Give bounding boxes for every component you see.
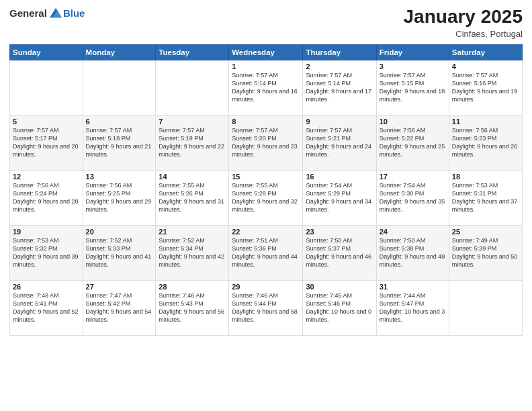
weekday-header-thursday: Thursday [303,44,376,60]
day-info: Sunrise: 7:57 AMSunset: 5:16 PMDaylight:… [452,71,519,104]
weekday-header-saturday: Saturday [449,44,522,60]
calendar-day-3: 3Sunrise: 7:57 AMSunset: 5:15 PMDaylight… [376,60,449,115]
day-number: 24 [380,228,446,236]
calendar-day-9: 9Sunrise: 7:57 AMSunset: 5:21 PMDaylight… [303,115,376,170]
day-number: 5 [13,118,80,126]
day-info: Sunrise: 7:53 AMSunset: 5:32 PMDaylight:… [13,236,80,269]
day-info: Sunrise: 7:48 AMSunset: 5:41 PMDaylight:… [13,291,80,324]
day-number: 29 [232,283,300,291]
calendar-empty-cell [449,280,522,335]
calendar-week-row: 12Sunrise: 7:56 AMSunset: 5:24 PMDayligh… [10,170,523,225]
day-info: Sunrise: 7:52 AMSunset: 5:34 PMDaylight:… [159,236,226,269]
day-number: 14 [159,173,226,181]
calendar-day-26: 26Sunrise: 7:48 AMSunset: 5:41 PMDayligh… [10,280,83,335]
calendar-day-15: 15Sunrise: 7:55 AMSunset: 5:28 PMDayligh… [229,170,303,225]
title-block: January 2025 Cinfaes, Portugal [404,7,523,39]
calendar-day-27: 27Sunrise: 7:47 AMSunset: 5:42 PMDayligh… [83,280,156,335]
calendar-week-row: 5Sunrise: 7:57 AMSunset: 5:17 PMDaylight… [10,115,523,170]
calendar-week-row: 1Sunrise: 7:57 AMSunset: 5:14 PMDaylight… [10,60,523,115]
calendar-empty-cell [10,60,83,115]
day-info: Sunrise: 7:57 AMSunset: 5:20 PMDaylight:… [232,126,300,159]
calendar-day-13: 13Sunrise: 7:56 AMSunset: 5:25 PMDayligh… [83,170,156,225]
day-number: 16 [306,173,373,181]
calendar-day-23: 23Sunrise: 7:50 AMSunset: 5:37 PMDayligh… [303,225,376,280]
calendar-day-4: 4Sunrise: 7:57 AMSunset: 5:16 PMDaylight… [449,60,522,115]
day-info: Sunrise: 7:56 AMSunset: 5:25 PMDaylight:… [86,181,153,214]
day-number: 9 [306,118,373,126]
day-number: 11 [452,118,519,126]
calendar-day-16: 16Sunrise: 7:54 AMSunset: 5:29 PMDayligh… [303,170,376,225]
day-info: Sunrise: 7:44 AMSunset: 5:47 PMDaylight:… [380,291,446,324]
day-info: Sunrise: 7:47 AMSunset: 5:42 PMDaylight:… [86,291,153,324]
calendar-day-5: 5Sunrise: 7:57 AMSunset: 5:17 PMDaylight… [10,115,83,170]
day-info: Sunrise: 7:56 AMSunset: 5:23 PMDaylight:… [452,126,519,159]
day-number: 17 [380,173,446,181]
day-number: 15 [232,173,300,181]
month-title: January 2025 [404,7,523,28]
day-info: Sunrise: 7:50 AMSunset: 5:37 PMDaylight:… [306,236,373,269]
weekday-header-friday: Friday [376,44,449,60]
calendar-day-12: 12Sunrise: 7:56 AMSunset: 5:24 PMDayligh… [10,170,83,225]
day-number: 3 [380,62,446,71]
calendar-empty-cell [83,60,156,115]
day-number: 25 [452,228,519,236]
day-info: Sunrise: 7:54 AMSunset: 5:30 PMDaylight:… [380,181,446,214]
calendar-day-17: 17Sunrise: 7:54 AMSunset: 5:30 PMDayligh… [376,170,449,225]
calendar-week-row: 26Sunrise: 7:48 AMSunset: 5:41 PMDayligh… [10,280,523,335]
day-number: 1 [232,62,300,71]
calendar-day-11: 11Sunrise: 7:56 AMSunset: 5:23 PMDayligh… [449,115,522,170]
logo-text-general: General [9,7,47,19]
day-number: 21 [159,228,226,236]
day-number: 6 [86,118,153,126]
logo: General Blue [9,7,85,19]
day-info: Sunrise: 7:57 AMSunset: 5:14 PMDaylight:… [232,71,300,104]
day-number: 18 [452,173,519,181]
calendar-day-30: 30Sunrise: 7:45 AMSunset: 5:46 PMDayligh… [303,280,376,335]
calendar-day-19: 19Sunrise: 7:53 AMSunset: 5:32 PMDayligh… [10,225,83,280]
day-number: 27 [86,283,153,291]
day-number: 31 [380,283,446,291]
day-info: Sunrise: 7:51 AMSunset: 5:36 PMDaylight:… [232,236,300,269]
calendar-table: SundayMondayTuesdayWednesdayThursdayFrid… [9,44,523,336]
calendar-day-8: 8Sunrise: 7:57 AMSunset: 5:20 PMDaylight… [229,115,303,170]
day-info: Sunrise: 7:56 AMSunset: 5:24 PMDaylight:… [13,181,80,214]
day-number: 20 [86,228,153,236]
day-info: Sunrise: 7:49 AMSunset: 5:39 PMDaylight:… [452,236,519,269]
calendar-day-7: 7Sunrise: 7:57 AMSunset: 5:19 PMDaylight… [156,115,229,170]
calendar-page: General Blue January 2025 Cinfaes, Portu… [0,0,532,411]
day-info: Sunrise: 7:52 AMSunset: 5:33 PMDaylight:… [86,236,153,269]
calendar-day-20: 20Sunrise: 7:52 AMSunset: 5:33 PMDayligh… [83,225,156,280]
day-number: 4 [452,62,519,71]
day-info: Sunrise: 7:50 AMSunset: 5:38 PMDaylight:… [380,236,446,269]
calendar-week-row: 19Sunrise: 7:53 AMSunset: 5:32 PMDayligh… [10,225,523,280]
day-info: Sunrise: 7:46 AMSunset: 5:43 PMDaylight:… [159,291,226,324]
day-info: Sunrise: 7:53 AMSunset: 5:31 PMDaylight:… [452,181,519,214]
calendar-day-1: 1Sunrise: 7:57 AMSunset: 5:14 PMDaylight… [229,60,303,115]
logo-icon [50,7,62,19]
calendar-day-2: 2Sunrise: 7:57 AMSunset: 5:14 PMDaylight… [303,60,376,115]
calendar-day-21: 21Sunrise: 7:52 AMSunset: 5:34 PMDayligh… [156,225,229,280]
day-info: Sunrise: 7:57 AMSunset: 5:21 PMDaylight:… [306,126,373,159]
day-number: 19 [13,228,80,236]
page-header: General Blue January 2025 Cinfaes, Portu… [9,7,523,39]
day-number: 13 [86,173,153,181]
day-number: 8 [232,118,300,126]
weekday-header-sunday: Sunday [10,44,83,60]
calendar-day-22: 22Sunrise: 7:51 AMSunset: 5:36 PMDayligh… [229,225,303,280]
weekday-header-wednesday: Wednesday [229,44,303,60]
day-info: Sunrise: 7:57 AMSunset: 5:15 PMDaylight:… [380,71,446,104]
calendar-day-18: 18Sunrise: 7:53 AMSunset: 5:31 PMDayligh… [449,170,522,225]
calendar-day-14: 14Sunrise: 7:55 AMSunset: 5:26 PMDayligh… [156,170,229,225]
day-number: 12 [13,173,80,181]
day-info: Sunrise: 7:45 AMSunset: 5:46 PMDaylight:… [306,291,373,324]
calendar-empty-cell [156,60,229,115]
day-number: 7 [159,118,226,126]
weekday-header-tuesday: Tuesday [156,44,229,60]
location-title: Cinfaes, Portugal [404,29,523,39]
day-number: 23 [306,228,373,236]
calendar-day-31: 31Sunrise: 7:44 AMSunset: 5:47 PMDayligh… [376,280,449,335]
day-info: Sunrise: 7:57 AMSunset: 5:18 PMDaylight:… [86,126,153,159]
day-number: 10 [380,118,446,126]
weekday-header-monday: Monday [83,44,156,60]
day-info: Sunrise: 7:46 AMSunset: 5:44 PMDaylight:… [232,291,300,324]
